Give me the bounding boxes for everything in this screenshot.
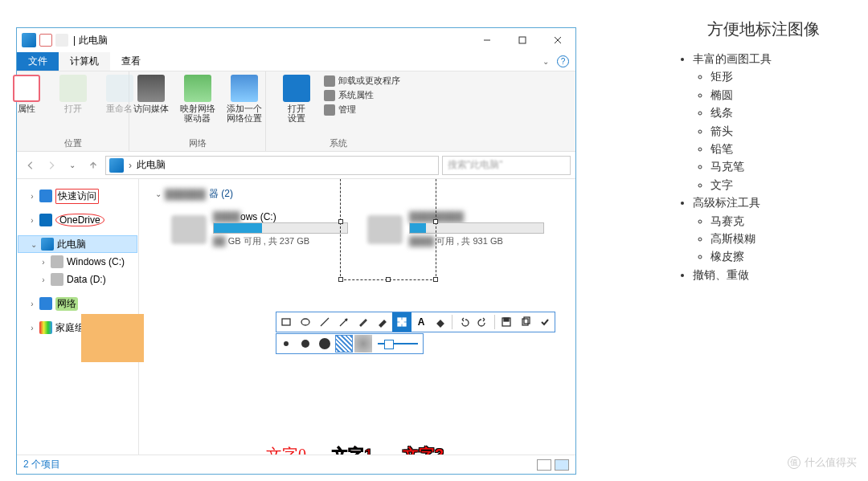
back-button[interactable] (22, 157, 39, 174)
homegroup-icon (39, 321, 52, 334)
tool-save[interactable] (497, 312, 516, 332)
nav-quick-access[interactable]: › 快速访问 (17, 187, 138, 205)
tool-arrow[interactable] (334, 312, 354, 332)
view-details-icon[interactable] (537, 459, 551, 471)
svg-rect-4 (282, 319, 290, 325)
forward-button[interactable] (43, 157, 60, 174)
network-icon (39, 297, 52, 310)
size-small[interactable] (276, 334, 296, 353)
pc-icon (41, 238, 54, 251)
svg-rect-15 (522, 319, 528, 325)
search-input[interactable]: 搜索"此电脑" (442, 156, 571, 175)
svg-rect-16 (524, 317, 530, 324)
annotation-toolbar: A (276, 312, 555, 332)
drive-icon (171, 215, 207, 244)
status-text: 2 个项目 (23, 458, 60, 471)
tool-ellipse[interactable] (296, 312, 315, 332)
text-annotation-0[interactable]: 文字0 (266, 444, 306, 455)
feature-item: 文字 (710, 176, 852, 194)
recent-button[interactable]: ⌄ (63, 157, 81, 174)
size-large[interactable] (315, 334, 334, 353)
tool-redo[interactable] (473, 312, 493, 332)
drive-icon (51, 273, 63, 286)
ribbon-map-drive[interactable]: 映射网络 驱动器 (178, 75, 217, 123)
ribbon-properties[interactable]: 属性 (7, 75, 46, 113)
explorer-window: | 此电脑 文件 计算机 查看 ⌄ ? 属性 打开 重命名 位置 访问媒体 映射 (16, 27, 576, 475)
nav-pane: › 快速访问 › OneDrive ⌄ 此电脑 › Windows (C:) (17, 179, 139, 455)
selection-marquee[interactable] (340, 179, 436, 280)
feature-item: 铅笔 (710, 140, 852, 157)
main-pane: ⌄ ██████ 器 (2) ████ows (C:) ██ GB 可用 , 共… (139, 179, 575, 455)
close-button[interactable] (540, 28, 575, 52)
content-area: › 快速访问 › OneDrive ⌄ 此电脑 › Windows (C:) (17, 179, 575, 455)
feature-item: 箭头 (710, 122, 852, 140)
up-button[interactable] (84, 157, 102, 174)
tool-line[interactable] (315, 312, 334, 332)
feature-list: 方便地标注图像 丰富的画图工具 矩形椭圆线条箭头铅笔马克笔文字 高级标注工具 马… (675, 16, 852, 283)
nav-drive-c[interactable]: › Windows (C:) (17, 253, 138, 271)
ribbon-rename[interactable]: 重命名 (100, 75, 139, 113)
feature-item: 线条 (710, 104, 852, 121)
tool-marker[interactable] (373, 312, 392, 332)
tab-file[interactable]: 文件 (17, 52, 59, 71)
feature-title: 方便地标注图像 (675, 16, 852, 42)
tool-pencil[interactable] (354, 312, 373, 332)
feature-item: 马克笔 (710, 157, 852, 175)
feature-item: 椭圆 (710, 86, 852, 104)
ribbon-tabs: 文件 计算机 查看 ⌄ ? (17, 52, 575, 71)
blur-mode[interactable] (354, 335, 372, 353)
tool-undo[interactable] (454, 312, 473, 332)
svg-rect-14 (504, 318, 509, 321)
feature-item: 矩形 (710, 67, 852, 85)
qat-icon[interactable] (55, 34, 68, 47)
feature-undo: 撤销、重做 (693, 266, 852, 283)
window-title: 此电脑 (79, 34, 108, 47)
tool-text[interactable]: A (411, 312, 431, 332)
ribbon-uninstall[interactable]: 卸载或更改程序 (324, 75, 400, 87)
drive-c[interactable]: ████ows (C:) ██ GB 可用 , 共 237 GB (171, 211, 348, 247)
help-icon[interactable]: ? (557, 55, 569, 67)
size-medium[interactable] (296, 334, 315, 353)
svg-line-6 (321, 318, 329, 326)
ribbon-body: 属性 打开 重命名 位置 访问媒体 映射网络 驱动器 添加一个 网络位置 网络 … (17, 71, 575, 152)
watermark-icon: 值 (788, 456, 800, 469)
section-header[interactable]: ⌄ ██████ 器 (2) (155, 187, 233, 201)
minimize-button[interactable] (469, 28, 505, 52)
uninstall-icon (324, 75, 335, 87)
ribbon-add-location[interactable]: 添加一个 网络位置 (225, 75, 264, 123)
manage-icon (324, 104, 335, 116)
ribbon-manage[interactable]: 管理 (324, 104, 400, 116)
address-bar: ⌄ › 此电脑 搜索"此电脑" (17, 152, 575, 179)
ribbon-collapse-icon[interactable]: ⌄ (542, 57, 549, 66)
tab-computer[interactable]: 计算机 (59, 52, 110, 71)
svg-rect-11 (398, 323, 401, 326)
nav-this-pc[interactable]: ⌄ 此电脑 (18, 235, 137, 253)
qat-icon[interactable] (39, 34, 52, 47)
tool-eraser[interactable] (431, 312, 450, 332)
mosaic-mode[interactable] (335, 335, 353, 353)
ribbon-open[interactable]: 打开 (54, 75, 92, 113)
text-annotation-2[interactable]: 文字2 (403, 444, 444, 455)
pc-icon (109, 158, 124, 173)
tool-confirm[interactable] (535, 312, 555, 332)
tool-mosaic[interactable] (392, 312, 411, 332)
nav-network[interactable]: › 网络 (17, 295, 138, 312)
tool-rect[interactable] (276, 312, 296, 332)
address-input[interactable]: › 此电脑 (105, 156, 439, 175)
ribbon-open-settings[interactable]: 打开 设置 (277, 75, 316, 123)
feature-item: 高斯模糊 (710, 230, 852, 247)
drive-icon (51, 255, 63, 268)
view-tiles-icon[interactable] (555, 459, 569, 471)
tool-copy[interactable] (516, 312, 535, 332)
feature-item: 橡皮擦 (710, 247, 852, 265)
nav-onedrive[interactable]: › OneDrive (17, 211, 138, 229)
cloud-icon (39, 214, 52, 226)
text-annotation-1[interactable]: 文字1 (332, 444, 373, 455)
nav-drive-d[interactable]: › Data (D:) (17, 271, 138, 288)
star-icon (39, 190, 52, 202)
ribbon-sysprops[interactable]: 系统属性 (324, 89, 400, 101)
tab-view[interactable]: 查看 (110, 52, 152, 71)
strength-slider[interactable] (378, 343, 418, 344)
svg-line-7 (340, 319, 347, 326)
maximize-button[interactable] (505, 28, 540, 52)
